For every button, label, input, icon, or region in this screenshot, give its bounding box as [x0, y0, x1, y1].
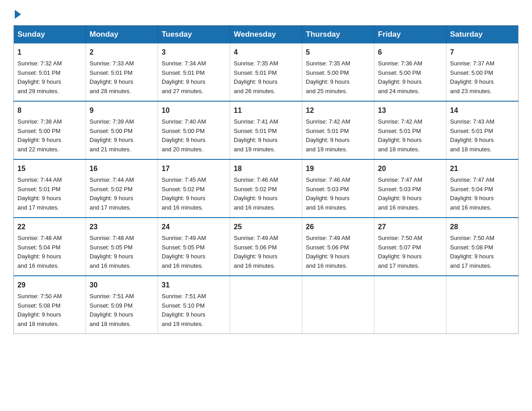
- calendar-cell: 8 Sunrise: 7:38 AMSunset: 5:00 PMDayligh…: [14, 101, 86, 159]
- day-info: Sunrise: 7:42 AMSunset: 5:01 PMDaylight:…: [378, 117, 442, 154]
- day-number: 13: [378, 105, 442, 116]
- day-number: 18: [234, 163, 298, 175]
- day-info: Sunrise: 7:33 AMSunset: 5:01 PMDaylight:…: [90, 59, 154, 96]
- header-saturday: Saturday: [446, 26, 519, 44]
- calendar-cell: 15 Sunrise: 7:44 AMSunset: 5:01 PMDaylig…: [14, 159, 86, 218]
- day-number: 19: [306, 163, 370, 175]
- calendar-cell: 26 Sunrise: 7:49 AMSunset: 5:06 PMDaylig…: [302, 218, 374, 276]
- day-info: Sunrise: 7:48 AMSunset: 5:04 PMDaylight:…: [17, 234, 82, 271]
- logo: [13, 9, 21, 17]
- calendar-cell: 11 Sunrise: 7:41 AMSunset: 5:01 PMDaylig…: [230, 101, 302, 159]
- calendar-week-row: 22 Sunrise: 7:48 AMSunset: 5:04 PMDaylig…: [14, 218, 519, 276]
- calendar-cell: 6 Sunrise: 7:36 AMSunset: 5:00 PMDayligh…: [374, 43, 446, 101]
- calendar-cell: [230, 276, 302, 334]
- day-number: 28: [450, 222, 515, 233]
- day-info: Sunrise: 7:44 AMSunset: 5:01 PMDaylight:…: [17, 176, 82, 213]
- day-info: Sunrise: 7:50 AMSunset: 5:08 PMDaylight:…: [17, 292, 82, 329]
- calendar-cell: [374, 276, 446, 334]
- calendar-cell: 17 Sunrise: 7:45 AMSunset: 5:02 PMDaylig…: [158, 159, 230, 218]
- day-number: 8: [17, 105, 82, 116]
- day-number: 4: [234, 47, 298, 58]
- calendar-cell: 16 Sunrise: 7:44 AMSunset: 5:02 PMDaylig…: [86, 159, 158, 218]
- calendar-week-row: 8 Sunrise: 7:38 AMSunset: 5:00 PMDayligh…: [14, 101, 519, 159]
- calendar-cell: 10 Sunrise: 7:40 AMSunset: 5:00 PMDaylig…: [158, 101, 230, 159]
- day-number: 1: [17, 47, 82, 58]
- day-number: 31: [162, 280, 226, 291]
- day-info: Sunrise: 7:49 AMSunset: 5:06 PMDaylight:…: [306, 234, 370, 271]
- day-number: 20: [378, 163, 442, 175]
- calendar-cell: 5 Sunrise: 7:35 AMSunset: 5:00 PMDayligh…: [302, 43, 374, 101]
- day-info: Sunrise: 7:51 AMSunset: 5:09 PMDaylight:…: [90, 292, 154, 329]
- day-info: Sunrise: 7:38 AMSunset: 5:00 PMDaylight:…: [17, 117, 82, 154]
- day-info: Sunrise: 7:51 AMSunset: 5:10 PMDaylight:…: [162, 292, 226, 329]
- day-number: 29: [17, 280, 82, 291]
- day-info: Sunrise: 7:46 AMSunset: 5:02 PMDaylight:…: [234, 176, 298, 213]
- day-info: Sunrise: 7:44 AMSunset: 5:02 PMDaylight:…: [90, 176, 154, 213]
- calendar-cell: 12 Sunrise: 7:42 AMSunset: 5:01 PMDaylig…: [302, 101, 374, 159]
- day-number: 15: [17, 163, 82, 175]
- day-number: 23: [90, 222, 154, 233]
- day-number: 5: [306, 47, 370, 58]
- calendar-cell: 7 Sunrise: 7:37 AMSunset: 5:00 PMDayligh…: [446, 43, 519, 101]
- day-info: Sunrise: 7:40 AMSunset: 5:00 PMDaylight:…: [162, 117, 226, 154]
- day-info: Sunrise: 7:47 AMSunset: 5:03 PMDaylight:…: [378, 176, 442, 213]
- calendar-week-row: 15 Sunrise: 7:44 AMSunset: 5:01 PMDaylig…: [14, 159, 519, 218]
- calendar-week-row: 1 Sunrise: 7:32 AMSunset: 5:01 PMDayligh…: [14, 43, 519, 101]
- day-info: Sunrise: 7:45 AMSunset: 5:02 PMDaylight:…: [162, 176, 226, 213]
- day-info: Sunrise: 7:39 AMSunset: 5:00 PMDaylight:…: [90, 117, 154, 154]
- header-monday: Monday: [86, 26, 158, 44]
- day-info: Sunrise: 7:50 AMSunset: 5:07 PMDaylight:…: [378, 234, 442, 271]
- calendar-cell: 27 Sunrise: 7:50 AMSunset: 5:07 PMDaylig…: [374, 218, 446, 276]
- day-info: Sunrise: 7:35 AMSunset: 5:01 PMDaylight:…: [234, 59, 298, 96]
- day-number: 22: [17, 222, 82, 233]
- calendar-cell: 21 Sunrise: 7:47 AMSunset: 5:04 PMDaylig…: [446, 159, 519, 218]
- day-number: 14: [450, 105, 515, 116]
- day-number: 16: [90, 163, 154, 175]
- day-number: 6: [378, 47, 442, 58]
- day-number: 30: [90, 280, 154, 291]
- day-info: Sunrise: 7:48 AMSunset: 5:05 PMDaylight:…: [90, 234, 154, 271]
- calendar-cell: 13 Sunrise: 7:42 AMSunset: 5:01 PMDaylig…: [374, 101, 446, 159]
- day-info: Sunrise: 7:37 AMSunset: 5:00 PMDaylight:…: [450, 59, 515, 96]
- calendar-cell: 20 Sunrise: 7:47 AMSunset: 5:03 PMDaylig…: [374, 159, 446, 218]
- calendar-cell: 25 Sunrise: 7:49 AMSunset: 5:06 PMDaylig…: [230, 218, 302, 276]
- calendar-cell: 9 Sunrise: 7:39 AMSunset: 5:00 PMDayligh…: [86, 101, 158, 159]
- calendar-cell: 18 Sunrise: 7:46 AMSunset: 5:02 PMDaylig…: [230, 159, 302, 218]
- day-number: 17: [162, 163, 226, 175]
- header-friday: Friday: [374, 26, 446, 44]
- calendar-cell: 31 Sunrise: 7:51 AMSunset: 5:10 PMDaylig…: [158, 276, 230, 334]
- day-number: 27: [378, 222, 442, 233]
- day-number: 26: [306, 222, 370, 233]
- day-info: Sunrise: 7:32 AMSunset: 5:01 PMDaylight:…: [17, 59, 82, 96]
- day-info: Sunrise: 7:43 AMSunset: 5:01 PMDaylight:…: [450, 117, 515, 154]
- day-number: 10: [162, 105, 226, 116]
- day-number: 24: [162, 222, 226, 233]
- calendar-cell: [302, 276, 374, 334]
- header-tuesday: Tuesday: [158, 26, 230, 44]
- day-number: 9: [90, 105, 154, 116]
- calendar-cell: 24 Sunrise: 7:49 AMSunset: 5:05 PMDaylig…: [158, 218, 230, 276]
- day-number: 7: [450, 47, 515, 58]
- page-header: [13, 9, 519, 17]
- day-info: Sunrise: 7:50 AMSunset: 5:08 PMDaylight:…: [450, 234, 515, 271]
- calendar-cell: 30 Sunrise: 7:51 AMSunset: 5:09 PMDaylig…: [86, 276, 158, 334]
- day-info: Sunrise: 7:46 AMSunset: 5:03 PMDaylight:…: [306, 176, 370, 213]
- calendar-cell: 1 Sunrise: 7:32 AMSunset: 5:01 PMDayligh…: [14, 43, 86, 101]
- calendar-cell: [446, 276, 519, 334]
- day-info: Sunrise: 7:49 AMSunset: 5:06 PMDaylight:…: [234, 234, 298, 271]
- day-number: 25: [234, 222, 298, 233]
- calendar-cell: 23 Sunrise: 7:48 AMSunset: 5:05 PMDaylig…: [86, 218, 158, 276]
- calendar-table: SundayMondayTuesdayWednesdayThursdayFrid…: [13, 25, 519, 334]
- day-info: Sunrise: 7:47 AMSunset: 5:04 PMDaylight:…: [450, 176, 515, 213]
- day-info: Sunrise: 7:42 AMSunset: 5:01 PMDaylight:…: [306, 117, 370, 154]
- day-number: 21: [450, 163, 515, 175]
- calendar-cell: 4 Sunrise: 7:35 AMSunset: 5:01 PMDayligh…: [230, 43, 302, 101]
- calendar-cell: 3 Sunrise: 7:34 AMSunset: 5:01 PMDayligh…: [158, 43, 230, 101]
- calendar-cell: 29 Sunrise: 7:50 AMSunset: 5:08 PMDaylig…: [14, 276, 86, 334]
- day-info: Sunrise: 7:41 AMSunset: 5:01 PMDaylight:…: [234, 117, 298, 154]
- calendar-cell: 2 Sunrise: 7:33 AMSunset: 5:01 PMDayligh…: [86, 43, 158, 101]
- header-thursday: Thursday: [302, 26, 374, 44]
- calendar-cell: 14 Sunrise: 7:43 AMSunset: 5:01 PMDaylig…: [446, 101, 519, 159]
- day-info: Sunrise: 7:35 AMSunset: 5:00 PMDaylight:…: [306, 59, 370, 96]
- calendar-week-row: 29 Sunrise: 7:50 AMSunset: 5:08 PMDaylig…: [14, 276, 519, 334]
